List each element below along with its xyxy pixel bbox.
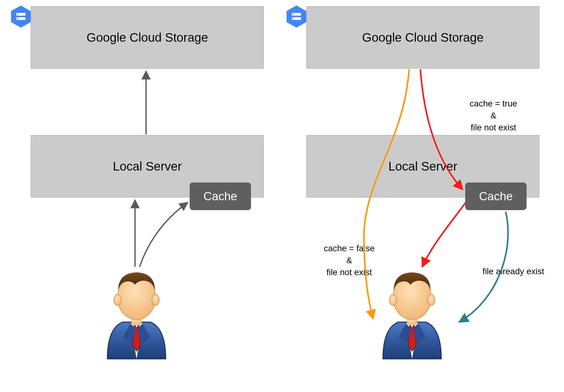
annotation-file-already: file already exist bbox=[473, 265, 553, 277]
svg-point-8 bbox=[152, 294, 159, 306]
left-cloud-box: Google Cloud Storage bbox=[31, 6, 264, 69]
right-server-label: Local Server bbox=[388, 159, 458, 173]
svg-point-18 bbox=[389, 294, 397, 306]
svg-marker-11 bbox=[287, 6, 306, 28]
svg-point-3 bbox=[17, 14, 18, 15]
user-icon bbox=[377, 267, 447, 362]
left-cache-label: Cache bbox=[203, 190, 237, 203]
annotation-cache-true: cache = true & file not exist bbox=[454, 98, 533, 134]
left-cache-box: Cache bbox=[190, 183, 251, 210]
right-panel: Google Cloud Storage Local Server Cache bbox=[288, 0, 564, 392]
left-server-label: Local Server bbox=[113, 159, 182, 173]
annotation-cache-false: cache = false & file not exist bbox=[309, 242, 389, 279]
storage-hex-icon bbox=[284, 4, 309, 29]
svg-point-4 bbox=[17, 18, 18, 19]
right-cache-box: Cache bbox=[465, 183, 527, 210]
svg-point-7 bbox=[114, 294, 121, 306]
right-cloud-label: Google Cloud Storage bbox=[362, 31, 484, 44]
svg-marker-0 bbox=[11, 6, 31, 28]
right-cache-label: Cache bbox=[479, 190, 513, 203]
diagram-stage: Google Cloud Storage Local Server Cache bbox=[0, 0, 564, 392]
left-panel: Google Cloud Storage Local Server Cache bbox=[0, 0, 276, 392]
storage-hex-icon bbox=[9, 4, 33, 29]
user-icon bbox=[101, 267, 172, 362]
right-cloud-box: Google Cloud Storage bbox=[306, 6, 539, 69]
svg-point-19 bbox=[427, 294, 435, 306]
svg-point-15 bbox=[293, 18, 294, 19]
left-cloud-label: Google Cloud Storage bbox=[87, 31, 208, 44]
svg-point-14 bbox=[293, 14, 294, 15]
